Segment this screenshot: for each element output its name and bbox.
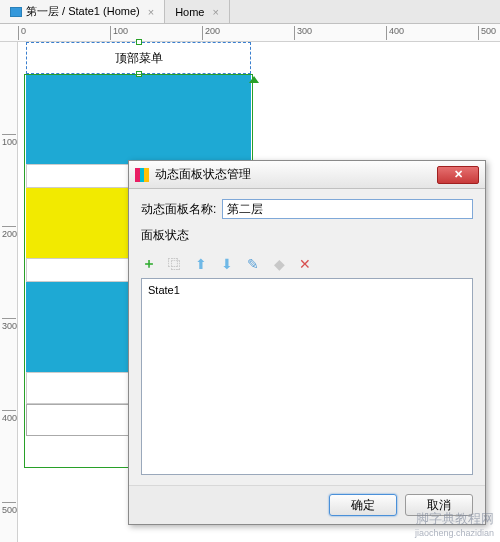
scroll-up-icon xyxy=(249,76,259,83)
edit-icon[interactable]: ✎ xyxy=(245,256,261,272)
close-button[interactable]: ✕ xyxy=(437,166,479,184)
ruler-tick: 400 xyxy=(386,26,404,40)
header-label: 顶部菜单 xyxy=(115,50,163,67)
document-tab-bar: 第一层 / State1 (Home) × Home × xyxy=(0,0,500,24)
ruler-tick: 500 xyxy=(2,502,16,515)
tab-label: 第一层 / State1 (Home) xyxy=(26,4,140,19)
list-item[interactable]: State1 xyxy=(148,283,466,297)
ruler-tick: 200 xyxy=(202,26,220,40)
close-icon[interactable]: × xyxy=(212,6,218,18)
ruler-tick: 100 xyxy=(2,134,16,147)
ruler-tick: 500 xyxy=(478,26,496,40)
move-down-icon[interactable]: ⬇ xyxy=(219,256,235,272)
panel-state-manager-dialog: 动态面板状态管理 ✕ 动态面板名称: 面板状态 ＋ ⿻ ⬆ ⬇ ✎ ◆ ✕ St… xyxy=(128,160,486,525)
dialog-titlebar[interactable]: 动态面板状态管理 ✕ xyxy=(129,161,485,189)
ruler-tick: 100 xyxy=(110,26,128,40)
cancel-button[interactable]: 取消 xyxy=(405,494,473,516)
document-tab[interactable]: Home × xyxy=(165,0,230,23)
states-listbox[interactable]: State1 xyxy=(141,278,473,475)
states-toolbar: ＋ ⿻ ⬆ ⬇ ✎ ◆ ✕ xyxy=(141,252,473,278)
ruler-vertical: 100 200 300 400 500 xyxy=(0,42,18,542)
dialog-body: 动态面板名称: 面板状态 ＋ ⿻ ⬆ ⬇ ✎ ◆ ✕ State1 xyxy=(129,189,485,485)
dialog-title: 动态面板状态管理 xyxy=(155,166,251,183)
ok-button[interactable]: 确定 xyxy=(329,494,397,516)
page-icon xyxy=(10,7,22,17)
resize-handle[interactable] xyxy=(136,71,142,77)
move-up-icon[interactable]: ⬆ xyxy=(193,256,209,272)
tab-label: Home xyxy=(175,6,204,18)
close-icon[interactable]: × xyxy=(148,6,154,18)
ruler-tick: 0 xyxy=(18,26,26,40)
panel-block[interactable] xyxy=(26,74,251,164)
ruler-tick: 400 xyxy=(2,410,16,423)
soft-delete-icon[interactable]: ◆ xyxy=(271,256,287,272)
document-tab-active[interactable]: 第一层 / State1 (Home) × xyxy=(0,0,165,23)
app-icon xyxy=(135,168,149,182)
panel-name-input[interactable] xyxy=(222,199,473,219)
ruler-horizontal: 0 100 200 300 400 500 xyxy=(0,24,500,42)
resize-handle[interactable] xyxy=(136,39,142,45)
ruler-tick: 300 xyxy=(2,318,16,331)
ruler-tick: 200 xyxy=(2,226,16,239)
delete-icon[interactable]: ✕ xyxy=(297,256,313,272)
ruler-tick: 300 xyxy=(294,26,312,40)
add-icon[interactable]: ＋ xyxy=(141,256,157,272)
copy-icon[interactable]: ⿻ xyxy=(167,256,183,272)
header-menu-widget[interactable]: 顶部菜单 xyxy=(26,42,251,74)
states-label: 面板状态 xyxy=(141,227,189,244)
panel-name-label: 动态面板名称: xyxy=(141,201,216,218)
dialog-button-row: 确定 取消 xyxy=(129,485,485,524)
